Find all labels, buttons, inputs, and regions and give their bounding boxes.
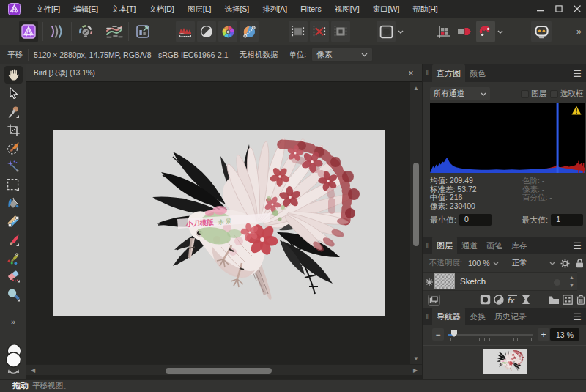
marquee-checkbox[interactable] — [550, 90, 558, 98]
tab-color[interactable]: 颜色 — [465, 64, 490, 82]
tab-stock[interactable]: 库存 — [507, 237, 532, 254]
layers-scroll-down-icon[interactable]: ▼ — [568, 281, 576, 289]
maximize-button[interactable] — [549, 0, 568, 18]
move-tool[interactable] — [0, 84, 26, 102]
color-picker-tool[interactable] — [0, 103, 26, 121]
liquify-persona-button[interactable] — [48, 21, 67, 42]
menu-file[interactable]: 文件[F] — [29, 0, 67, 18]
menu-select[interactable]: 选择[S] — [218, 0, 256, 18]
layers-scroll-up-icon[interactable]: ▲ — [568, 273, 576, 281]
color-replacement-brush-tool[interactable] — [0, 249, 26, 267]
move-by-whole-pixels-button[interactable] — [455, 21, 474, 42]
minimize-button[interactable] — [531, 0, 549, 18]
zoom-slider-track[interactable] — [448, 334, 533, 336]
select-all-button[interactable] — [289, 21, 308, 42]
horizontal-scrollbar[interactable]: ◀ ▶ — [26, 364, 422, 375]
scroll-down-icon[interactable]: ▼ — [410, 353, 422, 363]
menu-layer[interactable]: 图层[L] — [181, 0, 218, 18]
zoom-in-button[interactable]: + — [538, 328, 549, 341]
marquee-tool[interactable] — [0, 176, 26, 193]
auto-colors-button[interactable] — [218, 21, 237, 42]
menu-window[interactable]: 窗口[W] — [366, 0, 407, 18]
tab-histogram[interactable]: 直方图 — [432, 64, 465, 82]
navigator-preview[interactable] — [483, 349, 527, 374]
unit-select[interactable]: 像素 — [311, 48, 373, 62]
menu-document[interactable]: 文档[D] — [142, 0, 180, 18]
menu-edit[interactable]: 编辑[E] — [67, 0, 105, 18]
toolbar-overflow-button[interactable]: » — [576, 26, 582, 37]
layer-checkbox[interactable] — [521, 90, 529, 98]
crop-tool[interactable] — [0, 121, 26, 138]
tone-mapping-persona-button[interactable] — [105, 21, 124, 42]
erase-brush-tool[interactable] — [0, 267, 26, 284]
layer-thumbnail[interactable] — [434, 273, 455, 289]
force-pixel-alignment-button[interactable] — [434, 21, 453, 42]
deselect-button[interactable] — [310, 21, 329, 42]
scroll-up-icon[interactable]: ▲ — [410, 83, 422, 93]
document-tab[interactable]: Bird [只读] (13.1%) — [34, 68, 95, 78]
zoom-tool[interactable] — [0, 286, 26, 303]
hourglass-icon[interactable] — [522, 295, 530, 305]
opacity-value[interactable]: 100 % — [468, 259, 490, 267]
selection-brush-tool[interactable] — [0, 139, 26, 157]
menu-text[interactable]: 文本[T] — [105, 0, 142, 18]
panel-menu-icon[interactable]: ☰ — [573, 238, 582, 254]
live-filter-icon[interactable]: fx — [507, 295, 518, 305]
tab-close-button[interactable]: × — [406, 68, 416, 78]
quick-mask-button[interactable] — [377, 21, 396, 42]
chevron-down-icon[interactable] — [549, 262, 555, 265]
auto-contrast-button[interactable] — [197, 21, 216, 42]
vertical-scrollbar-thumb[interactable] — [413, 163, 419, 246]
invert-selection-button[interactable] — [331, 21, 350, 42]
flood-select-tool[interactable] — [0, 158, 26, 175]
edit-all-layers-icon[interactable] — [428, 295, 440, 306]
panel-menu-icon[interactable]: ☰ — [573, 66, 582, 82]
export-persona-button[interactable] — [133, 21, 152, 42]
zoom-value-input[interactable]: 13 % — [550, 328, 579, 341]
blend-mode-value[interactable]: 正常 — [512, 258, 527, 268]
mask-layer-icon[interactable] — [480, 295, 491, 305]
tab-navigator[interactable]: 导航器 — [432, 308, 465, 325]
snapping-dropdown[interactable] — [495, 21, 505, 42]
assistant-button[interactable] — [531, 21, 552, 42]
horizontal-scrollbar-thumb[interactable] — [166, 368, 272, 374]
layer-row[interactable]: Sketch ▲ ▼ — [423, 272, 577, 291]
tools-overflow-button[interactable]: » — [0, 313, 26, 330]
tab-channels[interactable]: 通道 — [457, 237, 482, 254]
tab-history[interactable]: 历史记录 — [490, 308, 531, 325]
develop-persona-button[interactable] — [76, 21, 95, 42]
paint-brush-tool[interactable] — [0, 232, 26, 249]
flood-fill-tool[interactable] — [0, 194, 26, 212]
auto-white-balance-button[interactable] — [240, 21, 259, 42]
layer-visibility-toggle[interactable] — [554, 279, 560, 286]
delete-layer-trash-icon[interactable] — [576, 295, 585, 305]
scroll-left-icon[interactable]: ◀ — [28, 365, 38, 376]
quick-mask-dropdown[interactable] — [396, 21, 405, 42]
group-layers-folder-icon[interactable] — [548, 295, 560, 305]
blend-options-gear-icon[interactable] — [560, 259, 570, 268]
panel-menu-icon[interactable]: ☰ — [573, 309, 582, 325]
close-button[interactable] — [568, 0, 586, 18]
min-input[interactable]: 0 — [459, 214, 492, 226]
lock-icon[interactable] — [576, 259, 584, 268]
panel-grip-icon[interactable]: ‖ — [423, 64, 432, 82]
max-input[interactable]: 1 — [551, 214, 583, 226]
layers-scrollbar[interactable]: ▲ ▼ — [568, 273, 576, 291]
canvas-viewport[interactable]: 小刀模版 余 景 — [26, 82, 422, 364]
menu-arrange[interactable]: 排列[A] — [256, 0, 294, 18]
channel-select[interactable]: 所有通道 — [430, 87, 490, 100]
view-tool[interactable] — [4, 66, 23, 84]
scroll-right-icon[interactable]: ▶ — [410, 365, 420, 376]
adjustment-layer-icon[interactable] — [494, 295, 504, 305]
warning-icon[interactable] — [571, 106, 582, 115]
zoom-slider-thumb[interactable] — [451, 330, 457, 337]
color-selector[interactable] — [0, 340, 26, 378]
tab-brushes[interactable]: 画笔 — [482, 237, 507, 254]
menu-filters[interactable]: Filters — [294, 0, 328, 18]
menu-view[interactable]: 视图[V] — [328, 0, 366, 18]
gradient-tool[interactable] — [0, 212, 26, 230]
tab-layers[interactable]: 图层 — [432, 237, 457, 254]
chevron-down-icon[interactable] — [493, 262, 499, 265]
snapping-button[interactable] — [476, 21, 495, 42]
photo-persona-button[interactable] — [19, 21, 38, 42]
